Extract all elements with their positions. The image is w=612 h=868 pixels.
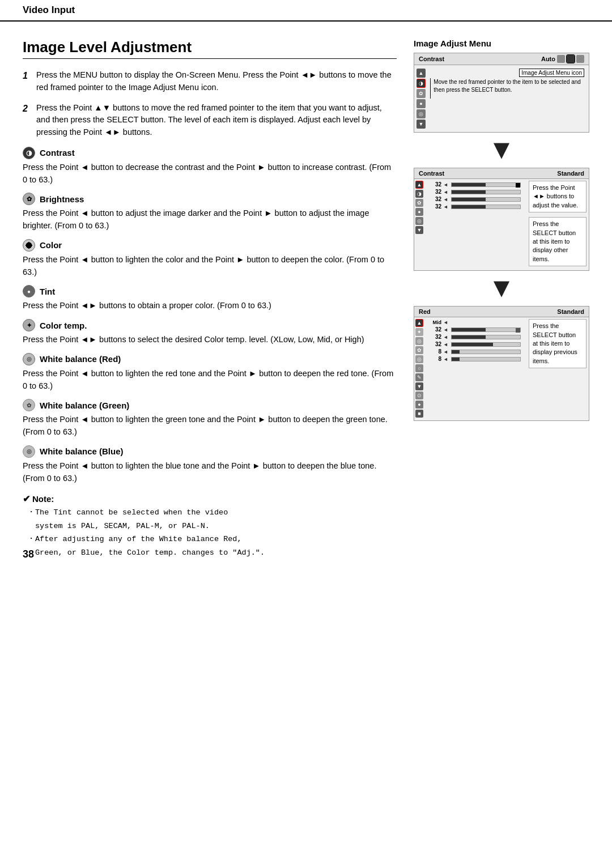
diagram-2: Contrast Standard ▲ ◑ ✿ ● ◎ ▼ — [414, 168, 589, 301]
d2-sidebar-5: ◎ — [415, 217, 423, 225]
sidebar-item-4: ◎ — [416, 109, 426, 118]
d2-sidebar-3: ✿ — [415, 199, 423, 207]
right-panel-title: Image Adjust Menu — [414, 39, 589, 48]
d3-sidebar-3: ◎ — [415, 337, 423, 345]
wb-red-text: Press the Point ◄ button to lighten the … — [23, 368, 397, 393]
menu-icon-2-selected — [567, 55, 575, 63]
menu-icon-1 — [557, 55, 565, 63]
d2-sidebar-2: ◑ — [415, 190, 423, 198]
page-header: Video Input — [0, 0, 612, 22]
brightness-label: Brightness — [40, 194, 84, 204]
step-1-text: Press the MENU button to display the On-… — [36, 69, 397, 94]
page-number: 38 — [23, 548, 34, 560]
wb-green-label: White balance (Green) — [40, 401, 129, 410]
tint-icon: ● — [23, 285, 35, 297]
feature-wb-green: ✿ White balance (Green) Press the Point … — [23, 399, 397, 439]
tint-label: Tint — [40, 287, 55, 296]
d3-sidebar-5: ◎ — [415, 355, 423, 363]
connector-line — [430, 78, 431, 99]
feature-tint: ● Tint Press the Point ◄► buttons to obt… — [23, 285, 397, 312]
press-point-callout: Press the Point ◄► buttons to adjust the… — [529, 181, 586, 212]
feature-wb-blue: ◎ White balance (Blue) Press the Point ◄… — [23, 445, 397, 485]
d3-sidebar-6: ○ — [415, 364, 423, 372]
menu2-top-left: Contrast — [419, 170, 444, 177]
diagram2-callouts: Press the Point ◄► buttons to adjust the… — [526, 179, 589, 270]
wb-red-label: White balance (Red) — [40, 354, 121, 364]
select-prev-text: Press the SELECT button at this item to … — [533, 322, 577, 364]
menu1-top-left: Contrast — [419, 56, 444, 62]
sidebar-arrow-up: ▲ — [416, 69, 426, 78]
d3-sidebar-4: ✿ — [415, 346, 423, 354]
d3-row-4: 8 ◄ — [427, 348, 524, 355]
contrast-label: Contrast — [40, 148, 75, 158]
note-section: ✔ Note: ・The Tint cannot be selected whe… — [23, 493, 397, 559]
tint-text: Press the Point ◄► buttons to obtain a p… — [23, 300, 397, 312]
wb-blue-label: White balance (Blue) — [40, 446, 124, 456]
feature-wb-red: ◎ White balance (Red) Press the Point ◄ … — [23, 353, 397, 393]
sidebar-item-3: ● — [416, 99, 426, 108]
wb-blue-text: Press the Point ◄ button to lighten the … — [23, 460, 397, 485]
right-column: Image Adjust Menu Contrast Auto — [414, 39, 589, 560]
menu-diagram-1: Contrast Auto ▲ ◑ ✿ ● — [414, 53, 589, 133]
d3-sidebar-10: ● — [415, 401, 423, 409]
d3-sidebar-1: ▲ — [415, 319, 423, 327]
left-column: Image Level Adjustment 1 Press the MENU … — [23, 39, 397, 560]
wb-red-icon: ◎ — [23, 353, 35, 365]
menu-diagram-2: Contrast Standard ▲ ◑ ✿ ● ◎ ▼ — [414, 168, 589, 271]
menu-row-2: 32 ◄ — [427, 188, 524, 195]
brightness-icon: ✿ — [23, 193, 35, 205]
d3-sidebar-11: ■ — [415, 410, 423, 418]
d3-sidebar-2: ✦ — [415, 328, 423, 336]
color-label: Color — [40, 240, 62, 250]
feature-contrast: ◑ Contrast Press the Point ◄ button to d… — [23, 147, 397, 186]
menu2-top-right: Standard — [557, 170, 584, 177]
color-icon — [23, 239, 35, 252]
d3-sidebar-9: ⊙ — [415, 392, 423, 399]
diagram3-callout: Press the SELECT button at this item to … — [526, 317, 589, 420]
wb-blue-icon: ◎ — [23, 445, 35, 458]
menu-row-1: 32 ◄ — [427, 181, 524, 188]
wb-green-text: Press the Point ◄ button to lighten the … — [23, 414, 397, 439]
d2-sidebar-arrow: ▼ — [415, 226, 423, 234]
color-temp-text: Press the Point ◄► buttons to select the… — [23, 334, 397, 346]
step-2-text: Press the Point ▲▼ buttons to move the r… — [36, 102, 397, 139]
select-text: Press the SELECT button at this item to … — [533, 220, 576, 262]
step-2: 2 Press the Point ▲▼ buttons to move the… — [23, 102, 397, 139]
d2-sidebar-1: ▲ — [415, 181, 423, 189]
feature-color: Color Press the Point ◄ button to lighte… — [23, 239, 397, 279]
feature-color-temp: ✦ Color temp. Press the Point ◄► buttons… — [23, 319, 397, 346]
section-title: Image Level Adjustment — [23, 39, 397, 59]
menu-icon-3 — [576, 55, 584, 63]
menu1-icon-label: Image Adjust Menu icon — [519, 69, 584, 77]
d3-row-mid: Mid ◄ — [427, 319, 524, 326]
wb-green-icon: ✿ — [23, 399, 35, 411]
diagram3-rows: Mid ◄ 32 ◄ — [424, 317, 526, 420]
select-prev-callout: Press the SELECT button at this item to … — [529, 319, 586, 368]
header-title: Video Input — [23, 5, 75, 15]
arrow-down-1: ▼ — [414, 136, 589, 163]
d3-row-3: 32 ◄ — [427, 341, 524, 348]
contrast-icon: ◑ — [23, 147, 35, 159]
menu1-note2: Move the red framed pointer to the item … — [434, 78, 584, 99]
menu-diagram-3: Red Standard ▲ ✦ ◎ ✿ ◎ ○ ✎ ▼ — [414, 306, 589, 421]
menu1-top-right: Auto — [541, 56, 555, 62]
feature-brightness: ✿ Brightness Press the Point ◄ button to… — [23, 193, 397, 232]
note-title: Note: — [32, 494, 54, 504]
d3-sidebar-8: ▼ — [415, 382, 423, 390]
d3-sidebar-7: ✎ — [415, 373, 423, 381]
brightness-text: Press the Point ◄ button to adjust the i… — [23, 207, 397, 232]
menu-row-3: 32 ◄ — [427, 195, 524, 203]
arrow-down-2: ▼ — [414, 274, 589, 301]
press-point-text: Press the Point ◄► buttons to adjust the… — [533, 184, 578, 209]
d2-sidebar-4: ● — [415, 208, 423, 216]
d3-row-1: 32 ◄ — [427, 326, 524, 333]
select-callout: Press the SELECT button at this item to … — [529, 217, 586, 266]
menu3-top-left: Red — [419, 308, 431, 315]
color-temp-icon: ✦ — [23, 319, 35, 331]
d3-row-5: 8 ◄ — [427, 355, 524, 363]
diagram2-rows: 32 ◄ 32 ◄ — [424, 179, 526, 270]
diagram-3: Red Standard ▲ ✦ ◎ ✿ ◎ ○ ✎ ▼ — [414, 306, 589, 421]
sidebar-arrow-down: ▼ — [416, 120, 426, 129]
checkmark-icon: ✔ — [23, 493, 30, 504]
step-1: 1 Press the MENU button to display the O… — [23, 69, 397, 94]
